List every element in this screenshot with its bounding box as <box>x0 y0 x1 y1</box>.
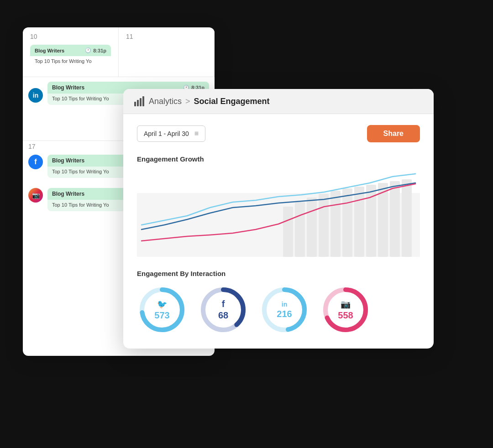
chart-container <box>137 170 420 257</box>
filter-row: April 1 - April 30 ≡ Share <box>137 125 420 142</box>
instagram-value: 558 <box>338 310 353 321</box>
calendar-header-row: 10 Blog Writers 🕐 8:31p Top 10 Tips for … <box>23 27 215 77</box>
engagement-growth-title: Engagement Growth <box>137 155 420 163</box>
facebook-value: 68 <box>218 310 228 321</box>
instagram-circle-icon: 📷 <box>28 188 43 203</box>
facebook-donut: f 68 <box>198 285 248 335</box>
breadcrumb-separator: > <box>185 97 190 106</box>
li-group-label: Blog Writers <box>52 84 84 91</box>
engagement-chart-svg <box>137 170 420 257</box>
instagram-cam-icon: 📷 <box>341 299 351 309</box>
linkedin-donut-wrapper: in 216 <box>259 285 309 335</box>
twitter-value: 573 <box>154 310 169 321</box>
engagement-interaction-section: Engagement By Interaction 🐦 573 <box>137 270 420 335</box>
svg-rect-10 <box>390 181 400 257</box>
svg-rect-1 <box>283 207 293 257</box>
linkedin-post-item: Blog Writers 🕐 8:31p Top 10 Tips for Wri… <box>30 45 111 68</box>
post-header-left: Blog Writers <box>35 48 64 53</box>
analytics-chart-icon <box>134 96 144 106</box>
svg-rect-11 <box>402 179 412 257</box>
svg-rect-3 <box>307 198 317 257</box>
day-10-num: 10 <box>30 33 111 40</box>
linkedin-icon: Blog Writers <box>35 48 64 53</box>
panel-body: April 1 - April 30 ≡ Share Engagement Gr… <box>123 114 434 349</box>
time-value: 8:31p <box>93 48 106 53</box>
donut-row: 🐦 573 f 68 <box>137 285 420 335</box>
instagram-donut: 📷 558 <box>320 285 371 335</box>
svg-rect-6 <box>342 188 352 257</box>
linkedin-post-header: Blog Writers 🕐 8:31p <box>30 45 111 56</box>
engagement-growth-section: Engagement Growth <box>137 155 420 257</box>
svg-rect-4 <box>319 194 329 257</box>
day-11-num: 11 <box>126 33 207 40</box>
fb-group-label: Blog Writers <box>52 157 84 164</box>
facebook-donut-wrapper: f 68 <box>198 285 248 335</box>
linkedin-value: 216 <box>277 309 292 319</box>
twitter-donut-center: 🐦 573 <box>154 299 169 321</box>
linkedin-donut: in 216 <box>259 285 309 335</box>
linkedin-in-icon: in <box>282 301 287 308</box>
twitter-donut: 🐦 573 <box>137 285 187 335</box>
day-11-col: 11 <box>119 27 215 77</box>
svg-rect-7 <box>354 187 364 257</box>
breadcrumb-current: Social Engagement <box>194 97 270 106</box>
filter-lines-icon: ≡ <box>194 130 199 138</box>
ig-group-label: Blog Writers <box>52 191 84 197</box>
li-post-left: Blog Writers <box>52 84 84 91</box>
post-time: 🕐 8:31p <box>85 47 106 53</box>
panel-header: Analytics > Social Engagement <box>123 89 434 114</box>
linkedin-circle-icon: in <box>28 88 43 103</box>
twitter-donut-wrapper: 🐦 573 <box>137 285 187 335</box>
linkedin-donut-center: in 216 <box>277 301 292 319</box>
breadcrumb: Analytics > Social Engagement <box>149 97 270 106</box>
twitter-icon: 🐦 <box>157 299 167 309</box>
svg-rect-2 <box>295 202 305 257</box>
facebook-circle-icon: f <box>28 155 43 169</box>
instagram-donut-center: 📷 558 <box>338 299 353 321</box>
analytics-panel: Analytics > Social Engagement April 1 - … <box>123 89 434 349</box>
clock-icon: 🕐 <box>85 47 91 53</box>
linkedin-post-body: Top 10 Tips for Writing Yo <box>30 56 111 68</box>
date-filter[interactable]: April 1 - April 30 ≡ <box>137 125 205 142</box>
engagement-interaction-title: Engagement By Interaction <box>137 270 420 277</box>
share-button[interactable]: Share <box>367 125 420 142</box>
day-10-col: 10 Blog Writers 🕐 8:31p Top 10 Tips for … <box>23 27 119 77</box>
svg-rect-5 <box>330 191 341 257</box>
facebook-donut-center: f 68 <box>218 299 228 321</box>
instagram-donut-wrapper: 📷 558 <box>320 285 371 335</box>
date-range-label: April 1 - April 30 <box>144 130 189 137</box>
breadcrumb-root: Analytics <box>149 97 182 106</box>
facebook-f-icon: f <box>222 299 225 309</box>
